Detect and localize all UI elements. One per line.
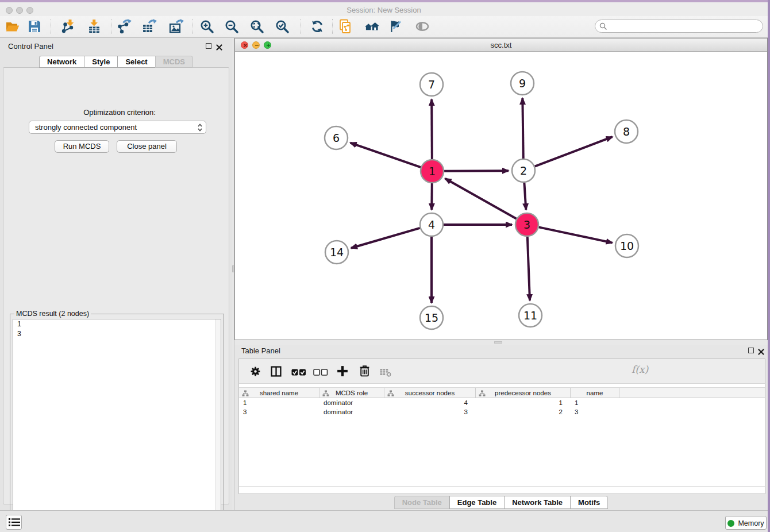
eye-toggle-icon[interactable] <box>415 19 430 34</box>
add-column-icon[interactable] <box>337 365 348 377</box>
main-titlebar: Session: New Session <box>0 2 768 16</box>
graph-node-label: 7 <box>428 78 435 91</box>
splitter-grabber[interactable] <box>494 341 502 344</box>
stepper-chevrons-icon <box>197 123 203 132</box>
search-field[interactable] <box>595 20 763 33</box>
tab-network[interactable]: Network <box>39 56 84 68</box>
tree-icon <box>242 390 249 397</box>
table-cell[interactable]: dominator <box>319 407 384 417</box>
task-list-button[interactable] <box>6 515 22 530</box>
graph-edge-2-3[interactable] <box>524 183 526 210</box>
network-window-titlebar[interactable]: scc.txt <box>235 38 767 52</box>
close-panel-button[interactable]: Close panel <box>117 140 177 153</box>
export-table-icon[interactable] <box>142 19 157 34</box>
control-panel: Control Panel Network Style Select MCDS … <box>0 38 232 510</box>
mcds-result-list[interactable]: 1 3 <box>13 319 221 527</box>
close-panel-icon[interactable] <box>216 43 222 53</box>
graph-edge-3-11[interactable] <box>528 237 530 300</box>
optimization-criterion-value: strongly connected component <box>35 123 137 132</box>
settings-icon[interactable] <box>250 366 261 377</box>
control-panel-title: Control Panel <box>8 42 53 51</box>
list-item[interactable]: 3 <box>13 329 221 339</box>
annotation-flag-icon[interactable] <box>388 19 403 34</box>
import-network-icon[interactable] <box>60 19 75 34</box>
tab-motifs[interactable]: Motifs <box>570 496 608 509</box>
table-tabs: Node Table Edge Table Network Table Moti… <box>234 496 768 509</box>
column-header-successor-nodes[interactable]: successor nodes <box>384 388 476 398</box>
graph-edge-3-10[interactable] <box>539 227 613 242</box>
column-header-name[interactable]: name <box>571 388 619 398</box>
graph-node-label: 8 <box>623 125 630 138</box>
zoom-out-icon[interactable] <box>224 19 239 34</box>
graph-edge-2-9[interactable] <box>522 98 523 159</box>
deselect-all-columns-icon[interactable] <box>313 369 328 376</box>
zoom-selected-icon[interactable] <box>275 19 290 34</box>
split-columns-icon[interactable] <box>271 366 282 377</box>
search-input[interactable] <box>610 21 760 32</box>
tab-mcds[interactable]: MCDS <box>155 56 193 68</box>
open-session-icon[interactable] <box>5 19 20 34</box>
run-mcds-button[interactable]: Run MCDS <box>55 140 109 153</box>
delete-column-icon[interactable] <box>359 365 370 377</box>
graph-edge-1-7[interactable] <box>432 99 432 159</box>
tab-select[interactable]: Select <box>117 56 155 68</box>
table-cell[interactable]: dominator <box>319 398 384 407</box>
function-builder-icon[interactable]: f(x) <box>632 364 648 375</box>
float-panel-icon[interactable] <box>206 43 211 49</box>
graph-node-label: 3 <box>523 218 530 231</box>
optimization-criterion-select[interactable]: strongly connected component <box>29 121 206 134</box>
import-table-icon[interactable] <box>87 19 102 34</box>
graph-node-label: 1 <box>429 165 436 178</box>
tab-node-table[interactable]: Node Table <box>394 496 449 509</box>
table-cell[interactable]: 3 <box>384 407 476 417</box>
tab-edge-table[interactable]: Edge Table <box>449 496 504 509</box>
destroy-table-icon[interactable] <box>379 368 392 377</box>
table-cell[interactable]: 1 <box>571 398 619 407</box>
graph-edge-2-8[interactable] <box>535 137 613 166</box>
zoom-fit-icon[interactable] <box>249 19 264 34</box>
panel-splitter-horizontal[interactable] <box>234 340 768 345</box>
tree-icon <box>479 390 486 397</box>
table-cell[interactable]: 1 <box>476 398 571 407</box>
save-session-icon[interactable] <box>27 19 42 34</box>
tab-style[interactable]: Style <box>84 56 117 68</box>
float-panel-icon[interactable] <box>748 348 754 353</box>
export-network-icon[interactable] <box>117 19 132 34</box>
column-header-predecessor-nodes[interactable]: predecessor nodes <box>476 388 571 398</box>
list-item[interactable]: 1 <box>13 319 221 329</box>
copy-network-icon[interactable] <box>338 19 353 34</box>
memory-button[interactable]: Memory <box>725 516 767 530</box>
tab-network-table[interactable]: Network Table <box>504 496 570 509</box>
network-graph[interactable]: 7968124314101511 <box>235 52 767 340</box>
search-icon <box>599 22 607 30</box>
graph-node-label: 10 <box>620 240 634 252</box>
graph-edge-1-6[interactable] <box>351 143 421 168</box>
graph-edge-3-1[interactable] <box>445 179 517 219</box>
column-header-shared-name[interactable]: shared name <box>239 388 319 398</box>
select-all-columns-icon[interactable] <box>291 369 306 376</box>
table-cell[interactable]: 4 <box>384 398 476 407</box>
table-row[interactable]: 3dominator323 <box>239 407 765 417</box>
first-neighbors-icon[interactable] <box>364 19 379 34</box>
refresh-style-icon[interactable] <box>310 19 325 34</box>
desktop-edge-top <box>0 0 770 2</box>
table-cell[interactable]: 2 <box>476 407 571 417</box>
export-image-icon[interactable] <box>169 19 184 34</box>
close-panel-icon[interactable] <box>758 347 764 357</box>
toolbar-separator <box>111 19 111 34</box>
mcds-tab-content: Optimization criterion: strongly connect… <box>3 67 229 504</box>
table-cell[interactable]: 3 <box>571 407 619 417</box>
memory-label: Memory <box>738 519 764 527</box>
table-cell[interactable]: 1 <box>239 398 319 407</box>
zoom-in-icon[interactable] <box>199 19 214 34</box>
network-view-window: scc.txt 7968124314101511 <box>234 38 768 340</box>
result-scrollbar[interactable] <box>215 319 221 527</box>
graph-edge-4-14[interactable] <box>351 228 420 248</box>
column-header-mcds-role[interactable]: MCDS role <box>319 388 384 398</box>
table-cell[interactable]: 3 <box>239 407 319 417</box>
graph-node-label: 6 <box>333 132 340 144</box>
graph-edge-1-2[interactable] <box>444 171 509 171</box>
network-canvas[interactable]: 7968124314101511 <box>235 52 767 340</box>
status-bar: Memory <box>0 510 768 532</box>
table-row[interactable]: 1dominator411 <box>239 398 765 407</box>
